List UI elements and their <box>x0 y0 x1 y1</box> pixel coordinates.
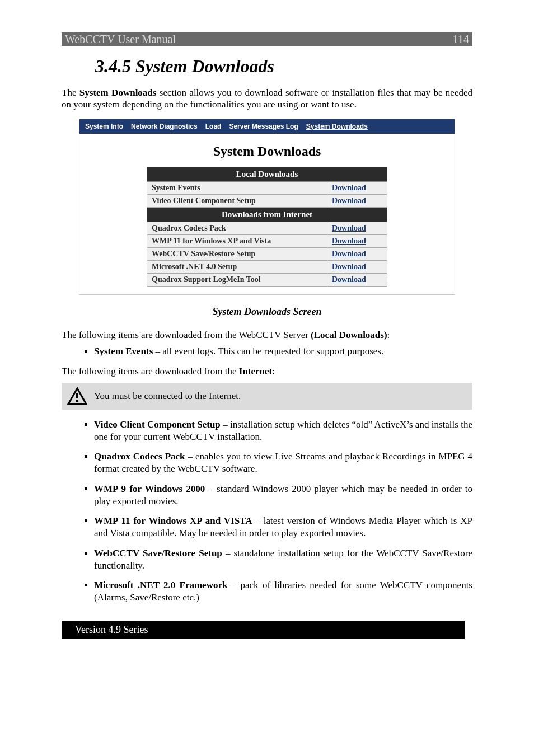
dl-label: System Events <box>147 181 327 194</box>
tab-system-info[interactable]: System Info <box>85 123 123 130</box>
download-link[interactable]: Download <box>327 247 387 260</box>
dl-label: Quadrox Support LogMeIn Tool <box>147 273 327 286</box>
figure-caption: System Downloads Screen <box>62 306 472 318</box>
note-text: You must be connected to the Internet. <box>94 391 241 402</box>
internet-downloads-intro: The following items are downloaded from … <box>62 365 472 377</box>
list-item: Microsoft .NET 2.0 Framework – pack of l… <box>94 579 472 604</box>
download-link[interactable]: Download <box>327 260 387 273</box>
screenshot-title: System Downloads <box>79 134 455 167</box>
download-link[interactable]: Download <box>327 234 387 247</box>
svg-rect-2 <box>76 400 78 402</box>
local-downloads-intro: The following items are downloaded from … <box>62 329 472 341</box>
tab-bar: System Info Network Diagnostics Load Ser… <box>79 119 455 134</box>
footer-version: Version 4.9 Series <box>62 621 465 639</box>
page-number: 114 <box>453 33 469 46</box>
intro-paragraph: The System Downloads section allows you … <box>62 87 472 111</box>
table-row: Video Client Component Setup Download <box>147 194 387 207</box>
list-item: System Events – all event logs. This can… <box>94 345 472 358</box>
system-downloads-screenshot: System Info Network Diagnostics Load Ser… <box>79 119 455 295</box>
local-downloads-header: Local Downloads <box>147 167 387 181</box>
table-row: Microsoft .NET 4.0 Setup Download <box>147 260 387 273</box>
list-item: WMP 11 for Windows XP and VISTA – latest… <box>94 515 472 539</box>
downloads-table: Local Downloads System Events Download V… <box>147 167 387 287</box>
tab-server-messages-log[interactable]: Server Messages Log <box>229 123 298 130</box>
dl-label: Microsoft .NET 4.0 Setup <box>147 260 327 273</box>
table-row: Quadrox Codecs Pack Download <box>147 222 387 234</box>
doc-title: WebCCTV User Manual <box>65 33 176 46</box>
list-item: Quadrox Codecs Pack – enables you to vie… <box>94 450 472 475</box>
tab-network-diagnostics[interactable]: Network Diagnostics <box>131 123 198 130</box>
table-row: System Events Download <box>147 181 387 194</box>
table-row: Quadrox Support LogMeIn Tool Download <box>147 273 387 286</box>
download-link[interactable]: Download <box>327 194 387 207</box>
list-item: Video Client Component Setup – installat… <box>94 419 472 443</box>
tab-system-downloads[interactable]: System Downloads <box>306 123 368 130</box>
download-link[interactable]: Download <box>327 222 387 234</box>
download-link[interactable]: Download <box>327 181 387 194</box>
list-item: WMP 9 for Windows 2000 – standard Window… <box>94 483 472 508</box>
download-link[interactable]: Download <box>327 273 387 286</box>
warning-icon <box>67 387 87 405</box>
dl-label: WMP 11 for Windows XP and Vista <box>147 234 327 247</box>
svg-rect-1 <box>76 393 78 398</box>
list-item: WebCCTV Save/Restore Setup – standalone … <box>94 547 472 572</box>
dl-label: WebCCTV Save/Restore Setup <box>147 247 327 260</box>
table-row: WebCCTV Save/Restore Setup Download <box>147 247 387 260</box>
section-heading: 3.4.5 System Downloads <box>95 56 472 77</box>
table-row: WMP 11 for Windows XP and Vista Download <box>147 234 387 247</box>
tab-load[interactable]: Load <box>205 123 222 130</box>
dl-label: Video Client Component Setup <box>147 194 327 207</box>
internet-downloads-header: Downloads from Internet <box>147 207 387 222</box>
page-header: WebCCTV User Manual 114 <box>62 32 472 46</box>
warning-note: You must be connected to the Internet. <box>62 383 472 410</box>
dl-label: Quadrox Codecs Pack <box>147 222 327 234</box>
